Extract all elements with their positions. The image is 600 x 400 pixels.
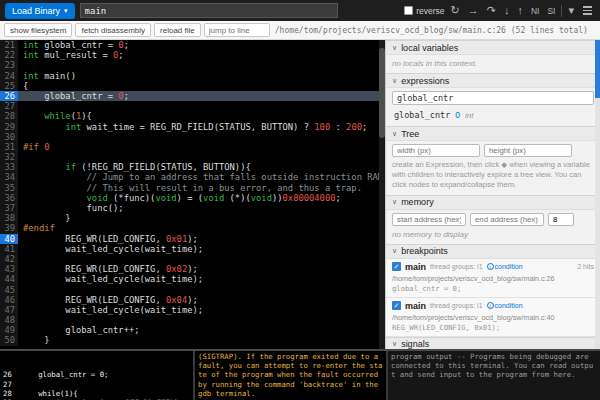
line-number-gutter[interactable]: 41 — [0, 244, 18, 254]
line-number-gutter[interactable]: 34 — [0, 172, 18, 182]
sidebar-scrollbar-thumb[interactable] — [595, 40, 600, 98]
line-number-gutter[interactable]: 35 — [0, 183, 18, 193]
step-instruction-button[interactable]: SI — [545, 6, 557, 16]
continue-icon[interactable]: → — [466, 5, 481, 16]
line-number-gutter[interactable]: 40 — [0, 234, 18, 244]
source-line[interactable]: 25{ — [0, 81, 385, 91]
source-line[interactable]: 44 wait_led_cycle(wait_time); — [0, 274, 385, 284]
line-number-gutter[interactable]: 44 — [0, 274, 18, 284]
reverse-checkbox[interactable] — [404, 6, 413, 15]
source-line[interactable]: 48 — [0, 315, 385, 325]
next-over-icon[interactable]: ↷ — [485, 5, 498, 16]
line-number-gutter[interactable]: 32 — [0, 152, 18, 162]
line-number-gutter[interactable]: 25 — [0, 81, 18, 91]
jump-to-line-input[interactable] — [204, 23, 270, 37]
source-line[interactable]: 49 global_cntr++; — [0, 325, 385, 335]
restart-icon[interactable]: ↻ — [449, 5, 462, 16]
line-number-gutter[interactable]: 42 — [0, 254, 18, 264]
program-output-terminal[interactable]: program output -- Programs being debugge… — [386, 351, 600, 400]
line-number-gutter[interactable]: 46 — [0, 295, 18, 305]
source-line[interactable]: 46 REG_WR(LED_CONFIG, 0x04); — [0, 295, 385, 305]
step-into-icon[interactable]: ↓ — [502, 5, 512, 16]
line-number-gutter[interactable]: 38 — [0, 213, 18, 223]
source-line[interactable]: 28 while(1){ — [0, 111, 385, 121]
line-number-gutter[interactable]: 30 — [0, 132, 18, 142]
line-number-gutter[interactable]: 21 — [0, 40, 18, 50]
section-header-breakpoints[interactable]: ∨ breakpoints — [386, 244, 600, 259]
memory-end-address-input[interactable] — [470, 213, 544, 226]
source-line[interactable]: 36 void (*func)(void) = (void (*)(void))… — [0, 193, 385, 203]
section-header-local-variables[interactable]: ∨ local variables — [386, 40, 600, 55]
next-instruction-button[interactable]: NI — [529, 6, 542, 16]
source-line[interactable]: 42 — [0, 254, 385, 264]
line-number-gutter[interactable]: 31 — [0, 142, 18, 152]
source-line[interactable]: 34 // Jump to an address that falls outs… — [0, 172, 385, 182]
breakpoint-checkbox[interactable]: ✓ — [392, 301, 401, 310]
expression-input[interactable] — [392, 91, 594, 105]
section-header-memory[interactable]: ∨ memory — [386, 195, 600, 210]
source-line[interactable]: 23 — [0, 60, 385, 70]
line-number-gutter[interactable]: 28 — [0, 111, 18, 121]
load-binary-button[interactable]: Load Binary ▾ — [5, 3, 75, 19]
menu-icon[interactable] — [580, 4, 595, 17]
line-number-gutter[interactable]: 49 — [0, 325, 18, 335]
binary-path-input[interactable] — [80, 3, 338, 18]
line-number-gutter[interactable]: 50 — [0, 335, 18, 345]
source-line[interactable]: 40 REG_WR(LED_CONFIG, 0x01); — [0, 234, 385, 244]
line-number-gutter[interactable]: 24 — [0, 71, 18, 81]
show-filesystem-button[interactable]: show filesystem — [4, 23, 72, 37]
breakpoint-condition-link[interactable]: icondition — [487, 263, 523, 270]
gdbgui-status-terminal[interactable]: (SIGTRAP). If the program exited due to … — [193, 351, 386, 400]
expression-row[interactable]: global_cntr 0 int — [392, 109, 594, 121]
source-line[interactable]: 37 func(); — [0, 203, 385, 213]
source-line[interactable]: 45 — [0, 285, 385, 295]
line-number-gutter[interactable]: 27 — [0, 101, 18, 111]
line-number-gutter[interactable]: 45 — [0, 285, 18, 295]
source-line[interactable]: 32 — [0, 152, 385, 162]
source-line[interactable]: 29 int wait_time = REG_RD_FIELD(STATUS, … — [0, 122, 385, 132]
memory-bytes-input[interactable] — [548, 213, 574, 226]
source-line[interactable]: 50 } — [0, 335, 385, 345]
settings-dropdown-icon[interactable]: ▾ — [566, 5, 576, 16]
source-line[interactable]: 47 wait_led_cycle(wait_time); — [0, 305, 385, 315]
source-line[interactable]: 30 — [0, 132, 385, 142]
section-header-expressions[interactable]: ∨ expressions — [386, 73, 600, 88]
section-header-tree[interactable]: ∨ Tree — [386, 126, 600, 141]
source-line[interactable]: 22int mul_result = 0; — [0, 50, 385, 60]
line-number-gutter[interactable]: 22 — [0, 50, 18, 60]
tree-width-input[interactable] — [392, 144, 480, 157]
line-number-gutter[interactable]: 37 — [0, 203, 18, 213]
source-line[interactable]: 39#endif — [0, 223, 385, 233]
line-number-gutter[interactable]: 26 — [0, 91, 18, 101]
source-line[interactable]: 33 if (!REG_RD_FIELD(STATUS, BUTTON)){ — [0, 162, 385, 172]
source-line[interactable]: 27 — [0, 101, 385, 111]
line-number-gutter[interactable]: 23 — [0, 60, 18, 70]
line-number-gutter[interactable]: 29 — [0, 122, 18, 132]
tree-height-input[interactable] — [484, 144, 572, 157]
breakpoint-path[interactable]: /home/tom/projects/veriscv_ocd_blog/sw/m… — [392, 274, 594, 283]
reload-file-button[interactable]: reload file — [154, 23, 201, 37]
breakpoint-condition-link[interactable]: icondition — [487, 302, 523, 309]
source-line[interactable]: 43 REG_WR(LED_CONFIG, 0x02); — [0, 264, 385, 274]
source-line[interactable]: 31#if 0 — [0, 142, 385, 152]
line-number-gutter[interactable]: 36 — [0, 193, 18, 203]
line-number-gutter[interactable]: 48 — [0, 315, 18, 325]
line-number-gutter[interactable]: 43 — [0, 264, 18, 274]
line-number-gutter[interactable]: 39 — [0, 223, 18, 233]
breakpoint-path[interactable]: /home/tom/projects/veriscv_ocd_blog/sw/m… — [392, 313, 594, 322]
sidebar-scrollbar[interactable] — [595, 40, 600, 349]
line-number-gutter[interactable]: 47 — [0, 305, 18, 315]
source-line[interactable]: 35 // This will result in a bus error, a… — [0, 183, 385, 193]
source-line[interactable]: 21int global_cntr = 0; — [0, 40, 385, 50]
source-line[interactable]: 38 } — [0, 213, 385, 223]
memory-start-address-input[interactable] — [392, 213, 466, 226]
gdb-console-terminal[interactable]: 26 global_cntr = 0; 27 28 while(1){ 29 i… — [0, 351, 193, 400]
source-line[interactable]: 24int main() — [0, 71, 385, 81]
source-line[interactable]: 26 global_cntr = 0; — [0, 91, 385, 101]
section-header-signals[interactable]: ∨ signals — [386, 337, 600, 349]
source-line[interactable]: 41 wait_led_cycle(wait_time); — [0, 244, 385, 254]
breakpoint-checkbox[interactable]: ✓ — [392, 262, 401, 271]
line-number-gutter[interactable]: 33 — [0, 162, 18, 172]
step-out-icon[interactable]: ↑ — [515, 5, 525, 16]
fetch-disassembly-button[interactable]: fetch disassembly — [75, 23, 151, 37]
